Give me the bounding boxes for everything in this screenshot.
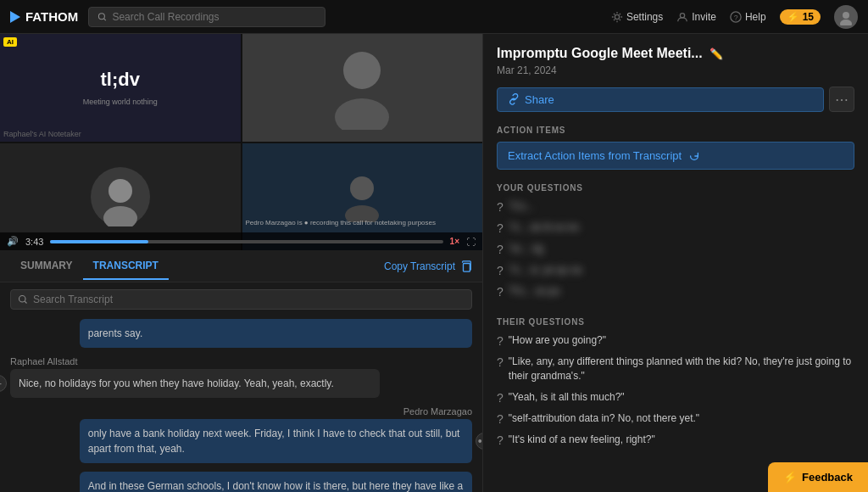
their-question-icon-3: ? — [497, 412, 504, 426]
svg-point-8 — [343, 52, 381, 89]
credits-badge: ⚡ 15 — [780, 9, 821, 25]
top-navigation: FATHOM Settings Invite ? — [0, 0, 868, 34]
credits-count: 15 — [803, 11, 814, 23]
invite-label: Invite — [692, 11, 716, 23]
their-question-text-4: "It's kind of a new feeling, right?" — [509, 433, 655, 447]
copy-label: Copy Transcript — [384, 260, 455, 272]
your-question-4: ? "Fo... so pu — [497, 284, 854, 299]
video-area: tl;dv Meeting world nothing Raphael's AI… — [0, 34, 482, 250]
video-badge: AI — [3, 37, 17, 47]
extract-label: Extract Action Items from Transcript — [508, 149, 682, 162]
your-question-text-2: "er... rig — [509, 242, 543, 256]
video-cell-tldv: tl;dv Meeting world nothing Raphael's AI… — [0, 34, 241, 142]
transcript-message-2: Pedro Marzagao ••• only have a bank holi… — [10, 406, 472, 463]
their-question-2: ? "Yeah, is it all this much?" — [497, 390, 854, 405]
search-transcript-box[interactable] — [10, 289, 472, 310]
add-button-1[interactable]: + — [0, 375, 7, 392]
extract-action-items-button[interactable]: Extract Action Items from Transcript — [497, 142, 854, 170]
transcript-row-3: And in these German schools, I don't kno… — [10, 472, 472, 492]
message-bubble-1: Nice, no holidays for you when they have… — [10, 369, 380, 398]
volume-icon[interactable]: 🔊 — [7, 236, 19, 247]
svg-line-17 — [25, 301, 26, 303]
your-question-2: ? "er... rig — [497, 242, 854, 256]
credits-icon: ⚡ — [787, 11, 799, 23]
tab-bar: SUMMARY TRANSCRIPT Copy Transcript — [0, 250, 482, 282]
speaking-label: Pedro Marzagao is ● recording this call … — [246, 219, 480, 226]
their-question-icon-1: ? — [497, 355, 504, 369]
transcript-message-0: parents say. — [10, 319, 472, 348]
settings-button[interactable]: Settings — [611, 11, 663, 23]
their-question-text-2: "Yeah, is it all this much?" — [509, 390, 625, 405]
more-button-2[interactable]: ••• — [476, 433, 482, 450]
svg-point-13 — [350, 176, 374, 200]
search-bar[interactable] — [88, 7, 326, 27]
your-question-text-3: "A... si, ye qu sa — [509, 263, 581, 277]
video-grid: tl;dv Meeting world nothing Raphael's AI… — [0, 34, 482, 250]
nav-actions: Settings Invite ? Help ⚡ 15 — [611, 5, 858, 29]
svg-rect-15 — [464, 263, 470, 271]
share-label: Share — [525, 93, 554, 106]
svg-point-11 — [108, 179, 132, 203]
video-cell-person-1 — [242, 34, 483, 142]
logo-arrow-icon — [10, 11, 20, 23]
copy-transcript-button[interactable]: Copy Transcript — [384, 260, 472, 272]
fullscreen-icon[interactable]: ⛶ — [466, 237, 476, 247]
invite-button[interactable]: Invite — [676, 11, 716, 23]
message-name-2: Pedro Marzagao — [10, 406, 472, 417]
svg-point-7 — [840, 20, 852, 25]
svg-point-2 — [615, 14, 619, 19]
ellipsis-icon: ⋯ — [835, 92, 849, 108]
raphael-label: Raphael's AI Notetaker — [3, 130, 81, 138]
svg-point-16 — [19, 296, 26, 303]
settings-label: Settings — [626, 11, 663, 23]
their-questions-section: THEIR QUESTIONS ? "How are you going?" ?… — [497, 317, 854, 454]
their-question-0: ? "How are you going?" — [497, 333, 854, 348]
transcript-panel: SUMMARY TRANSCRIPT Copy Transcript — [0, 250, 482, 492]
logo-text: FATHOM — [25, 9, 78, 24]
main-layout: tl;dv Meeting world nothing Raphael's AI… — [0, 34, 868, 492]
recording-badge: 1× — [450, 237, 459, 246]
svg-line-1 — [104, 19, 106, 20]
more-options-button[interactable]: ⋯ — [829, 87, 854, 112]
transcript-message-3: And in these German schools, I don't kno… — [10, 472, 472, 492]
video-controls: 🔊 3:43 1× ⛶ — [0, 232, 482, 250]
question-icon-2: ? — [497, 243, 504, 256]
svg-point-3 — [681, 13, 685, 17]
your-question-text-0: "Co... — [509, 199, 534, 214]
action-items-label: ACTION ITEMS — [497, 126, 854, 135]
avatar[interactable] — [834, 5, 858, 29]
share-button[interactable]: Share — [497, 87, 824, 112]
search-transcript-input[interactable] — [33, 294, 465, 305]
link-icon — [508, 93, 520, 105]
help-label: Help — [745, 11, 766, 23]
edit-icon[interactable]: ✏️ — [709, 48, 723, 60]
question-icon-3: ? — [497, 264, 504, 277]
their-question-text-1: "Like, any, any different things planned… — [509, 355, 854, 383]
left-panel: tl;dv Meeting world nothing Raphael's AI… — [0, 34, 483, 492]
meeting-date: Mar 21, 2024 — [497, 64, 854, 76]
tab-transcript[interactable]: TRANSCRIPT — [83, 253, 169, 280]
their-question-icon-0: ? — [497, 334, 504, 348]
tab-summary[interactable]: SUMMARY — [10, 253, 83, 280]
gear-icon — [611, 11, 623, 23]
logo: FATHOM — [10, 9, 78, 24]
help-button[interactable]: ? Help — [730, 11, 766, 23]
meeting-title-row: Impromptu Google Meet Meeti... ✏️ — [497, 46, 854, 61]
their-question-1: ? "Like, any, any different things plann… — [497, 355, 854, 383]
question-icon-0: ? — [497, 200, 504, 214]
refresh-icon — [688, 150, 700, 162]
person-silhouette — [328, 45, 396, 130]
your-question-text-1: "A... ok th ev kn — [509, 221, 580, 235]
help-icon: ? — [730, 11, 742, 23]
your-question-text-4: "Fo... so pu — [509, 284, 560, 299]
your-questions-section: YOUR QUESTIONS ? "Co... ? "A... ok th ev… — [497, 183, 854, 305]
progress-bar-fill — [50, 240, 148, 243]
feedback-button[interactable]: ⚡ Feedback — [768, 462, 868, 492]
transcript-row-1: + Nice, no holidays for you when they ha… — [10, 369, 472, 398]
search-input[interactable] — [112, 11, 316, 23]
transcript-row-2: ••• only have a bank holiday next week. … — [10, 419, 472, 463]
progress-bar[interactable] — [50, 240, 442, 243]
question-icon-1: ? — [497, 221, 504, 235]
their-question-icon-2: ? — [497, 391, 504, 405]
avatar-icon — [837, 8, 854, 25]
